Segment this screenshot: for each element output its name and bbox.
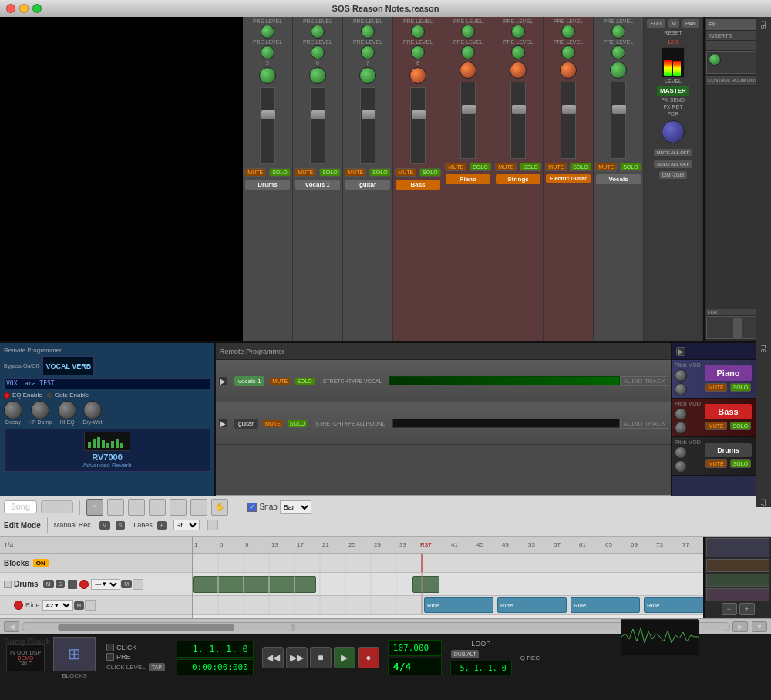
knob-6-2[interactable] xyxy=(511,45,525,59)
bass-mute-btn[interactable]: MUTE xyxy=(705,422,727,430)
ride-block-1[interactable]: Ride xyxy=(424,597,493,613)
master-label[interactable]: MASTER xyxy=(657,86,689,96)
lanes-add-btn[interactable]: + xyxy=(157,521,167,530)
knob-2-2[interactable] xyxy=(311,45,325,59)
mute-btn-2[interactable]: MUTE xyxy=(295,168,316,177)
knob-2-1[interactable] xyxy=(311,25,325,39)
fader-5[interactable] xyxy=(460,82,476,159)
mute-btn-7[interactable]: MUTE xyxy=(545,163,567,171)
knob-fader-3[interactable] xyxy=(359,67,376,84)
tap-btn[interactable]: TAP xyxy=(149,663,165,671)
snap-select[interactable]: Bar Beat 1/2 1/4 xyxy=(280,500,311,514)
knob-fader-4[interactable] xyxy=(409,67,426,84)
bass-solo-btn[interactable]: SOLO xyxy=(730,422,751,430)
knob-8-1[interactable] xyxy=(611,25,625,39)
ride-m-btn[interactable]: M xyxy=(74,601,85,610)
dub-alt-btn[interactable]: DUB ALT xyxy=(451,650,480,658)
vocals1-expand[interactable]: ▶ xyxy=(218,376,227,385)
knob-4-2[interactable] xyxy=(411,45,425,59)
fader-8[interactable] xyxy=(611,82,626,159)
fader-7[interactable] xyxy=(561,82,576,159)
block-tab[interactable]: Block xyxy=(41,500,73,513)
master-fader[interactable] xyxy=(733,318,742,338)
piano-solo-btn[interactable]: SOLO xyxy=(730,383,751,392)
drums-collapse-btn[interactable]: ▼ xyxy=(4,581,12,588)
piano-mute-btn[interactable]: MUTE xyxy=(705,383,727,392)
knob-5-2[interactable] xyxy=(461,45,475,59)
master-knob[interactable] xyxy=(662,120,685,143)
s-label-btn[interactable]: S xyxy=(116,521,126,530)
guitar-expand[interactable]: ▶ xyxy=(218,419,227,428)
solo-btn-2[interactable]: SOLO xyxy=(319,168,340,177)
pointer-tool[interactable]: ↖ xyxy=(86,499,103,516)
stop-btn[interactable]: ■ xyxy=(310,647,332,668)
bass-pitch-knob[interactable] xyxy=(675,408,687,420)
knob-fader-6[interactable] xyxy=(510,62,527,79)
decay-knob[interactable] xyxy=(4,401,22,419)
lanes-select[interactable]: ÷fL xyxy=(173,520,200,530)
rec-btn[interactable]: ● xyxy=(358,647,379,668)
knob-7-1[interactable] xyxy=(561,25,575,39)
blocks-icon[interactable]: ⊞ xyxy=(53,637,96,671)
drums-rec-btn[interactable] xyxy=(79,580,89,589)
solo-all-btn[interactable]: SOLO ALL OFF xyxy=(654,160,692,168)
ride-block-4[interactable]: Ride xyxy=(644,597,703,613)
knob-fader-2[interactable] xyxy=(309,67,326,84)
merge-tool[interactable]: ⊕ xyxy=(170,499,187,516)
ride-block-3[interactable]: Ride xyxy=(571,597,640,613)
solo-btn-3[interactable]: SOLO xyxy=(369,168,390,177)
pencil-tool[interactable]: ✏ xyxy=(107,499,124,516)
mute-all-btn[interactable]: MUTE ALL OFF xyxy=(654,149,692,156)
knob-fader-8[interactable] xyxy=(610,62,627,79)
inst-play-btn[interactable]: ▶ xyxy=(676,347,685,356)
dim-btn[interactable]: DIM -20dB xyxy=(659,171,688,179)
piano-mod-knob[interactable] xyxy=(675,383,687,395)
fader-3[interactable] xyxy=(360,87,375,164)
solo-btn-8[interactable]: SOLO xyxy=(620,163,641,171)
scroll-left-btn[interactable]: ◀ xyxy=(4,621,19,632)
ride-rec-btn[interactable] xyxy=(14,601,23,610)
knob-fader-5[interactable] xyxy=(460,62,476,79)
drywet-knob[interactable] xyxy=(83,401,102,419)
knob-5-1[interactable] xyxy=(461,25,475,39)
knob-6-1[interactable] xyxy=(511,25,525,39)
drums-s-btn[interactable]: S xyxy=(56,580,66,588)
song-tab[interactable]: Song xyxy=(4,500,37,513)
guitar-solo-btn[interactable]: SOLO xyxy=(287,419,308,428)
magnify-tool[interactable]: ⌕ xyxy=(190,499,207,516)
piano-pitch-knob[interactable] xyxy=(675,369,687,382)
vocals1-mute-btn[interactable]: MUTE xyxy=(269,377,291,385)
guitar-mute-btn[interactable]: MUTE xyxy=(262,419,284,428)
click-checkbox[interactable] xyxy=(106,644,114,651)
hieq-knob[interactable] xyxy=(58,401,76,419)
ride-block-2[interactable]: Ride xyxy=(497,597,567,613)
drums-mute-btn[interactable]: MUTE xyxy=(705,459,727,468)
solo-btn-5[interactable]: SOLO xyxy=(470,163,490,171)
zoom-in-btn[interactable]: + xyxy=(739,603,755,615)
fader-1[interactable] xyxy=(260,87,275,164)
play-btn[interactable]: ▶ xyxy=(334,647,355,668)
drums-del-btn[interactable]: × xyxy=(133,579,143,590)
snap-checkbox[interactable]: ✓ xyxy=(247,503,257,512)
solo-btn-4[interactable]: SOLO xyxy=(419,168,440,177)
drums-block-2[interactable] xyxy=(412,576,439,593)
solo-btn-6[interactable]: SOLO xyxy=(520,163,540,171)
line-tool[interactable]: ╱ xyxy=(149,499,166,516)
drums-block-1[interactable] xyxy=(193,576,316,593)
edit-btn[interactable]: EDIT xyxy=(647,19,665,28)
fader-2[interactable] xyxy=(310,87,325,164)
knob-fader-7[interactable] xyxy=(560,62,577,79)
mute-btn-4[interactable]: MUTE xyxy=(395,168,416,177)
knob-4-1[interactable] xyxy=(411,25,425,39)
knob-1-1[interactable] xyxy=(261,25,274,39)
hand-tool[interactable]: ✋ xyxy=(211,499,228,516)
pre-checkbox[interactable] xyxy=(106,653,114,661)
ride-device-select[interactable]: A2▼ xyxy=(42,600,73,611)
mute-btn-8[interactable]: MUTE xyxy=(595,163,617,171)
solo-btn-7[interactable]: SOLO xyxy=(570,163,591,171)
scroll-right-btn[interactable]: ▶ xyxy=(732,621,748,632)
knob-3-2[interactable] xyxy=(361,45,375,59)
mute-btn-3[interactable]: MUTE xyxy=(345,168,366,177)
drums-solo-btn[interactable]: SOLO xyxy=(730,459,751,468)
pan-btn[interactable]: PAN xyxy=(682,19,699,28)
